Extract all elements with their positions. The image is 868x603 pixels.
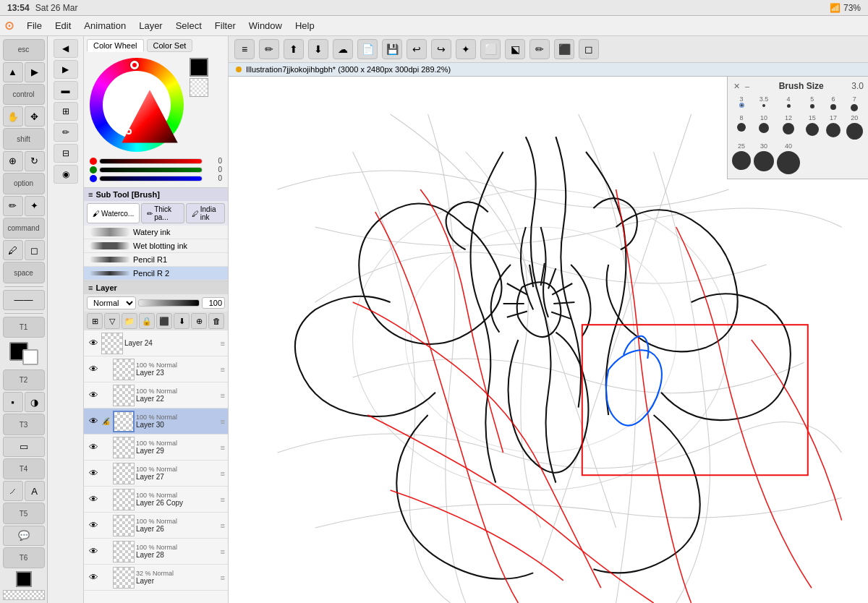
layer-action-new-raster[interactable]: ⊞ <box>87 313 103 329</box>
tool-text-tool[interactable]: A <box>25 481 45 501</box>
tool-bar-wide[interactable]: —— <box>3 290 45 310</box>
tool-eraser[interactable]: ▭ <box>3 437 45 457</box>
toolbar-pen2-btn[interactable]: ✏ <box>529 39 550 59</box>
brush-size-option-15[interactable]: 15 <box>803 114 821 140</box>
tool-fill[interactable]: ▪ <box>3 392 23 412</box>
active-color-swatch[interactable] <box>190 58 208 77</box>
layer-item-menu[interactable]: ≡ <box>221 443 225 452</box>
brush-size-option-7[interactable]: 7 <box>846 95 864 111</box>
tool-star[interactable]: ✦ <box>25 196 45 216</box>
toolbar-edit-btn[interactable]: ✏ <box>259 39 279 59</box>
layer-item-menu[interactable]: ≡ <box>221 547 225 556</box>
layer-item-menu[interactable]: ≡ <box>221 495 225 504</box>
menu-animation[interactable]: Animation <box>78 19 132 33</box>
subtool-menu-icon[interactable]: ≡ <box>88 190 93 199</box>
layer-item-menu[interactable]: ≡ <box>221 573 225 582</box>
brush-size-option-35[interactable]: 3.5 <box>754 95 774 111</box>
layer-item[interactable]: 👁 100 % Normal Layer 23 ≡ <box>84 356 228 382</box>
layer-item-menu[interactable]: ≡ <box>221 417 225 426</box>
color-swatch-black[interactable] <box>16 571 32 587</box>
layer-opacity-bar[interactable] <box>138 299 200 307</box>
blue-slider[interactable] <box>99 176 203 181</box>
menu-window[interactable]: Window <box>243 19 288 33</box>
color-picker-handle[interactable] <box>126 129 132 134</box>
toolbar-select-rect-btn[interactable]: ⬜ <box>480 39 501 59</box>
tool-erase[interactable]: ◻ <box>25 240 45 260</box>
brush-size-minimize-btn[interactable]: – <box>744 82 751 91</box>
layer-menu-icon[interactable]: ≡ <box>88 283 93 292</box>
toolbar-cloud-btn[interactable]: ☁ <box>333 39 353 59</box>
layer-item[interactable]: 👁 Layer 24 ≡ <box>84 330 228 356</box>
key-space[interactable]: space <box>3 262 45 283</box>
toolbar-undo-btn[interactable]: ↩ <box>407 39 427 59</box>
layer-item-selected[interactable]: 👁 🔏 100 % Normal Layer 30 ≡ <box>84 409 228 435</box>
layer-item[interactable]: 👁 100 % Normal Layer 29 ≡ <box>84 435 228 461</box>
layer-item[interactable]: 👁 100 % Normal Layer 27 ≡ <box>84 461 228 487</box>
toolbar-down-btn[interactable]: ⬇ <box>308 39 328 59</box>
layer-item[interactable]: 👁 32 % Normal Layer ≡ <box>84 565 228 591</box>
subtool-tab-thick[interactable]: ✏ Thick pa... <box>141 203 184 223</box>
key-shift[interactable]: shift <box>3 128 45 150</box>
key-option[interactable]: option <box>3 173 45 194</box>
layer-item[interactable]: 👁 100 % Normal Layer 28 ≡ <box>84 539 228 565</box>
transparent-swatch[interactable] <box>190 78 208 97</box>
tool-gradient[interactable]: ◑ <box>25 392 45 412</box>
key-T4[interactable]: T4 <box>3 458 45 480</box>
layer-action-merge-down[interactable]: ⬇ <box>174 313 190 329</box>
layer-item-menu[interactable]: ≡ <box>221 469 225 478</box>
toolbar-menu-btn[interactable]: ≡ <box>234 39 255 59</box>
layer-eye-icon[interactable]: 👁 <box>87 468 100 479</box>
tool-nav-right[interactable]: ▶ <box>25 62 45 82</box>
sec-layers-icon[interactable]: ⊞ <box>54 102 78 121</box>
subtool-pencil-r2[interactable]: Pencil R 2 <box>84 267 228 281</box>
subtool-pencil-r1[interactable]: Pencil R1 <box>84 253 228 267</box>
toolbar-export-btn[interactable]: 💾 <box>382 39 402 59</box>
hue-handle[interactable] <box>130 61 139 69</box>
tool-nav-up[interactable]: ▲ <box>3 62 23 82</box>
layer-action-mask[interactable]: ⬛ <box>156 313 172 329</box>
toolbar-redo-btn[interactable]: ↪ <box>431 39 451 59</box>
layer-action-lock[interactable]: 🔒 <box>139 313 155 329</box>
layer-item-menu[interactable]: ≡ <box>221 521 225 530</box>
tool-zoom[interactable]: ⊕ <box>3 151 23 171</box>
brush-size-option-3[interactable]: 3 <box>732 95 751 111</box>
brush-size-option-40[interactable]: 40 <box>777 142 800 174</box>
menu-edit[interactable]: Edit <box>49 19 77 33</box>
key-command[interactable]: command <box>3 218 45 239</box>
toolbar-erase2-btn[interactable]: ◻ <box>579 39 599 59</box>
sec-nav-expand[interactable]: ▬ <box>54 81 78 100</box>
brush-size-option-12[interactable]: 12 <box>777 114 800 140</box>
layer-eye-icon[interactable]: 👁 <box>87 546 100 557</box>
brush-size-option-30[interactable]: 30 <box>754 142 774 174</box>
key-control[interactable]: control <box>3 84 45 106</box>
brush-size-option-25[interactable]: 25 <box>732 142 751 174</box>
layer-item-menu[interactable]: ≡ <box>221 391 225 400</box>
subtool-wet-blot[interactable]: Wet blotting ink <box>84 239 228 253</box>
key-T1[interactable]: T1 <box>3 317 45 338</box>
tool-rotate[interactable]: ↻ <box>25 151 45 171</box>
layer-item[interactable]: 👁 100 % Normal Layer 26 Copy ≡ <box>84 487 228 513</box>
menu-help[interactable]: Help <box>289 19 320 33</box>
menu-select[interactable]: Select <box>170 19 208 33</box>
layer-eye-icon[interactable]: 👁 <box>87 364 100 375</box>
brush-size-close-btn[interactable]: ✕ <box>732 82 741 91</box>
sec-eye-icon[interactable]: ◉ <box>54 165 78 184</box>
canvas-area[interactable]: ✕ – Brush Size 3.0 3 3.5 <box>229 77 868 603</box>
toolbar-transform-btn[interactable]: ⬕ <box>505 39 525 59</box>
sec-subtool-icon[interactable]: ✏ <box>54 123 78 142</box>
layer-eye-icon[interactable]: 👁 <box>87 572 100 583</box>
tool-pen[interactable]: ✏ <box>3 196 23 216</box>
brush-size-option-17[interactable]: 17 <box>824 114 842 140</box>
menu-layer[interactable]: Layer <box>133 19 169 33</box>
layer-item[interactable]: 👁 100 % Normal Layer 26 ≡ <box>84 513 228 539</box>
key-T2[interactable]: T2 <box>3 369 45 391</box>
sec-nav-left[interactable]: ◀ <box>54 39 78 58</box>
subtool-watery-ink[interactable]: Watery ink <box>84 226 228 239</box>
tab-color-wheel[interactable]: Color Wheel <box>87 39 144 52</box>
sec-grid-icon[interactable]: ⊟ <box>54 144 78 163</box>
menu-file[interactable]: File <box>21 19 48 33</box>
subtool-tab-watercolor[interactable]: 🖌 Waterco... <box>87 203 140 223</box>
brush-size-option-4[interactable]: 4 <box>777 95 800 111</box>
red-slider[interactable] <box>99 158 203 164</box>
key-esc[interactable]: esc <box>3 39 45 61</box>
